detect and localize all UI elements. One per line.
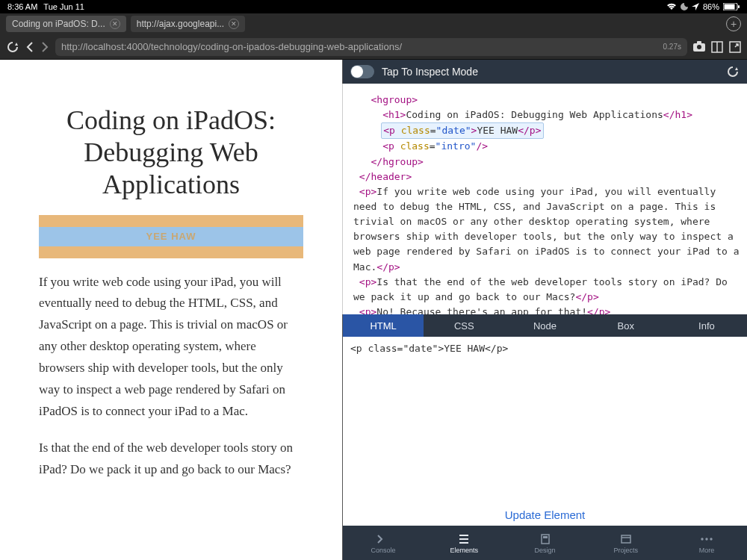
reload-icon[interactable]: [726, 65, 740, 78]
inspect-bar: Tap To Inspect Mode: [343, 60, 747, 84]
svg-point-17: [705, 538, 707, 540]
nav-label: Elements: [450, 547, 479, 554]
update-element-button[interactable]: Update Element: [343, 501, 747, 526]
tab-title: http://ajax.googleapi...: [137, 19, 224, 29]
load-timing: 0.27s: [657, 43, 681, 51]
svg-rect-12: [542, 535, 549, 544]
url-bar: http://localhost:4000/technology/coding-…: [0, 34, 747, 60]
design-icon: [539, 532, 551, 546]
moon-icon: [681, 3, 688, 10]
page-title: Coding on iPadOS: Debugging Web Applicat…: [39, 105, 303, 202]
battery-icon: [723, 3, 740, 10]
devtools-subtabs: HTML CSS Node Box Info: [343, 314, 747, 337]
reload-icon[interactable]: [6, 40, 19, 54]
svg-rect-11: [459, 542, 468, 544]
svg-rect-9: [459, 535, 468, 536]
svg-point-18: [710, 538, 712, 540]
expand-icon[interactable]: [729, 41, 741, 53]
inspect-label: Tap To Inspect Mode: [382, 66, 478, 78]
tab-css[interactable]: CSS: [424, 314, 504, 337]
battery-percent: 86%: [703, 2, 719, 11]
article-paragraph: Is that the end of the web developer too…: [39, 438, 303, 481]
svg-rect-14: [622, 535, 630, 543]
tab-html[interactable]: HTML: [343, 314, 424, 337]
nav-more[interactable]: More: [666, 526, 747, 560]
camera-icon[interactable]: [693, 41, 705, 53]
add-tab-button[interactable]: +: [726, 16, 741, 31]
nav-label: Console: [371, 547, 396, 554]
svg-rect-2: [738, 5, 740, 8]
dom-tree[interactable]: <hgroup> <h1>Coding on iPadOS: Debugging…: [342, 84, 747, 314]
nav-console[interactable]: Console: [343, 526, 424, 560]
nav-elements[interactable]: Elements: [424, 526, 504, 560]
article-paragraph: If you write web code using your iPad, y…: [39, 272, 303, 423]
nav-design[interactable]: Design: [504, 526, 585, 560]
devtools-panel: Tap To Inspect Mode <hgroup> <h1>Coding …: [342, 60, 747, 560]
devtools-bottom-nav: Console Elements Design Projects: [343, 526, 747, 560]
columns-icon[interactable]: [711, 41, 723, 53]
svg-rect-13: [543, 536, 548, 538]
console-icon: [377, 532, 389, 546]
browser-tab[interactable]: Coding on iPadOS: D... ✕: [6, 16, 126, 32]
url-input[interactable]: http://localhost:4000/technology/coding-…: [55, 38, 687, 56]
tab-info[interactable]: Info: [666, 314, 747, 337]
nav-projects[interactable]: Projects: [586, 526, 666, 560]
url-text: http://localhost:4000/technology/coding-…: [61, 41, 402, 52]
location-icon: [692, 3, 699, 10]
svg-rect-1: [725, 4, 735, 10]
nav-label: Design: [535, 547, 556, 554]
browser-tab-bar: Coding on iPadOS: D... ✕ http://ajax.goo…: [0, 13, 747, 34]
svg-point-16: [701, 538, 703, 540]
svg-rect-10: [459, 538, 468, 540]
inspect-toggle[interactable]: [350, 65, 374, 78]
forward-icon[interactable]: [40, 41, 49, 53]
date-label: YEE HAW: [39, 227, 303, 246]
page-preview[interactable]: Coding on iPadOS: Debugging Web Applicat…: [0, 60, 342, 560]
projects-icon: [620, 532, 632, 546]
tab-node[interactable]: Node: [504, 314, 585, 337]
date: Tue Jun 11: [43, 2, 84, 11]
close-icon[interactable]: ✕: [110, 19, 120, 29]
svg-point-5: [697, 45, 701, 49]
ios-status-bar: 8:36 AM Tue Jun 11 86%: [0, 0, 747, 13]
nav-label: Projects: [613, 547, 638, 554]
wifi-icon: [666, 3, 677, 10]
svg-rect-4: [697, 41, 701, 44]
selection-highlight: YEE HAW: [39, 215, 303, 258]
back-icon[interactable]: [25, 41, 34, 53]
tab-box[interactable]: Box: [586, 314, 666, 337]
browser-tab[interactable]: http://ajax.googleapi... ✕: [131, 16, 245, 32]
more-icon: [700, 532, 713, 546]
tab-title: Coding on iPadOS: D...: [12, 19, 105, 29]
clock: 8:36 AM: [7, 2, 37, 11]
elements-icon: [458, 532, 470, 546]
nav-label: More: [699, 547, 715, 554]
close-icon[interactable]: ✕: [229, 19, 239, 29]
html-detail-editor[interactable]: <p class="date">YEE HAW</p>: [343, 337, 747, 501]
